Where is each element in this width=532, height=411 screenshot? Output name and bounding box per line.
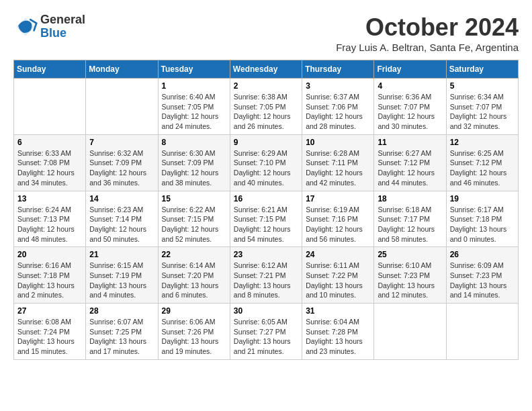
day-info: Sunrise: 6:11 AMSunset: 7:22 PMDaylight:… [306,261,370,300]
day-number: 6 [17,138,82,147]
day-info: Sunrise: 6:25 AMSunset: 7:12 PMDaylight:… [450,148,515,188]
calendar-cell: 12Sunrise: 6:25 AMSunset: 7:12 PMDayligh… [446,134,518,191]
day-number: 2 [234,81,298,91]
day-number: 10 [306,138,370,147]
logo-icon [13,15,38,39]
header-row: SundayMondayTuesdayWednesdayThursdayFrid… [14,60,519,79]
day-number: 14 [89,194,154,203]
day-number: 11 [378,138,442,147]
day-number: 15 [162,194,226,203]
calendar-week-5: 27Sunrise: 6:08 AMSunset: 7:24 PMDayligh… [14,304,519,360]
day-info: Sunrise: 6:36 AMSunset: 7:07 PMDaylight:… [378,92,442,132]
day-number: 16 [234,194,298,203]
calendar-cell: 21Sunrise: 6:15 AMSunset: 7:19 PMDayligh… [86,247,158,304]
calendar-cell: 15Sunrise: 6:22 AMSunset: 7:15 PMDayligh… [158,191,230,247]
day-number: 8 [162,138,226,147]
day-info: Sunrise: 6:32 AMSunset: 7:09 PMDaylight:… [89,148,154,188]
day-number: 18 [378,194,442,203]
calendar-cell: 2Sunrise: 6:38 AMSunset: 7:05 PMDaylight… [230,79,302,135]
day-info: Sunrise: 6:14 AMSunset: 7:20 PMDaylight:… [162,261,226,300]
calendar-cell: 16Sunrise: 6:21 AMSunset: 7:15 PMDayligh… [230,191,302,247]
calendar-week-1: 1Sunrise: 6:40 AMSunset: 7:05 PMDaylight… [14,79,519,135]
calendar-cell: 9Sunrise: 6:29 AMSunset: 7:10 PMDaylight… [230,134,302,191]
day-info: Sunrise: 6:16 AMSunset: 7:18 PMDaylight:… [17,261,82,300]
calendar-cell: 14Sunrise: 6:23 AMSunset: 7:14 PMDayligh… [86,191,158,247]
day-number: 29 [162,306,226,316]
calendar-header: SundayMondayTuesdayWednesdayThursdayFrid… [14,60,519,79]
calendar-table: SundayMondayTuesdayWednesdayThursdayFrid… [13,60,519,360]
calendar-cell: 22Sunrise: 6:14 AMSunset: 7:20 PMDayligh… [158,247,230,304]
calendar-cell [14,79,86,135]
day-number: 21 [89,250,154,259]
header-saturday: Saturday [446,60,518,79]
calendar-cell: 30Sunrise: 6:05 AMSunset: 7:27 PMDayligh… [230,304,302,360]
day-info: Sunrise: 6:24 AMSunset: 7:13 PMDaylight:… [17,205,82,244]
month-title: October 2024 [336,13,519,42]
calendar-week-3: 13Sunrise: 6:24 AMSunset: 7:13 PMDayligh… [14,191,519,247]
day-info: Sunrise: 6:37 AMSunset: 7:06 PMDaylight:… [306,92,370,132]
logo-blue-text: Blue [40,27,85,40]
calendar-cell [86,79,158,135]
day-info: Sunrise: 6:38 AMSunset: 7:05 PMDaylight:… [234,92,298,132]
day-info: Sunrise: 6:28 AMSunset: 7:11 PMDaylight:… [306,148,370,188]
calendar-cell: 8Sunrise: 6:30 AMSunset: 7:09 PMDaylight… [158,134,230,191]
day-info: Sunrise: 6:30 AMSunset: 7:09 PMDaylight:… [162,148,226,188]
calendar-cell: 27Sunrise: 6:08 AMSunset: 7:24 PMDayligh… [14,304,86,360]
calendar-cell: 6Sunrise: 6:33 AMSunset: 7:08 PMDaylight… [14,134,86,191]
header-friday: Friday [374,60,446,79]
calendar-cell: 10Sunrise: 6:28 AMSunset: 7:11 PMDayligh… [302,134,374,191]
calendar-cell: 25Sunrise: 6:10 AMSunset: 7:23 PMDayligh… [374,247,446,304]
header-thursday: Thursday [302,60,374,79]
day-number: 4 [378,81,442,91]
day-info: Sunrise: 6:10 AMSunset: 7:23 PMDaylight:… [378,261,442,300]
calendar-week-4: 20Sunrise: 6:16 AMSunset: 7:18 PMDayligh… [14,247,519,304]
calendar-cell [374,304,446,360]
day-info: Sunrise: 6:23 AMSunset: 7:14 PMDaylight:… [89,205,154,244]
day-number: 1 [162,81,226,91]
day-number: 23 [234,250,298,259]
header-tuesday: Tuesday [158,60,230,79]
logo: General Blue [13,13,85,40]
day-info: Sunrise: 6:21 AMSunset: 7:15 PMDaylight:… [234,205,298,244]
day-info: Sunrise: 6:12 AMSunset: 7:21 PMDaylight:… [234,261,298,300]
day-number: 28 [89,306,154,316]
day-number: 22 [162,250,226,259]
day-number: 24 [306,250,370,259]
calendar-cell: 5Sunrise: 6:34 AMSunset: 7:07 PMDaylight… [446,79,518,135]
calendar-cell: 29Sunrise: 6:06 AMSunset: 7:26 PMDayligh… [158,304,230,360]
day-info: Sunrise: 6:29 AMSunset: 7:10 PMDaylight:… [234,148,298,188]
calendar-cell: 31Sunrise: 6:04 AMSunset: 7:28 PMDayligh… [302,304,374,360]
day-info: Sunrise: 6:27 AMSunset: 7:12 PMDaylight:… [378,148,442,188]
day-number: 27 [17,306,82,316]
day-number: 3 [306,81,370,91]
calendar-cell [446,304,518,360]
day-number: 12 [450,138,515,147]
day-number: 17 [306,194,370,203]
day-number: 9 [234,138,298,147]
day-info: Sunrise: 6:22 AMSunset: 7:15 PMDaylight:… [162,205,226,244]
day-info: Sunrise: 6:33 AMSunset: 7:08 PMDaylight:… [17,148,82,188]
location-text: Fray Luis A. Beltran, Santa Fe, Argentin… [336,42,519,53]
calendar-cell: 4Sunrise: 6:36 AMSunset: 7:07 PMDaylight… [374,79,446,135]
header-sunday: Sunday [14,60,86,79]
calendar-cell: 17Sunrise: 6:19 AMSunset: 7:16 PMDayligh… [302,191,374,247]
calendar-cell: 26Sunrise: 6:09 AMSunset: 7:23 PMDayligh… [446,247,518,304]
day-number: 20 [17,250,82,259]
calendar-week-2: 6Sunrise: 6:33 AMSunset: 7:08 PMDaylight… [14,134,519,191]
calendar-cell: 3Sunrise: 6:37 AMSunset: 7:06 PMDaylight… [302,79,374,135]
calendar-cell: 18Sunrise: 6:18 AMSunset: 7:17 PMDayligh… [374,191,446,247]
day-number: 31 [306,306,370,316]
calendar-cell: 13Sunrise: 6:24 AMSunset: 7:13 PMDayligh… [14,191,86,247]
day-info: Sunrise: 6:18 AMSunset: 7:17 PMDaylight:… [378,205,442,244]
day-number: 19 [450,194,515,203]
calendar-cell: 19Sunrise: 6:17 AMSunset: 7:18 PMDayligh… [446,191,518,247]
day-number: 13 [17,194,82,203]
logo-general-text: General [40,13,85,27]
page-header: General Blue October 2024 Fray Luis A. B… [13,13,519,53]
logo-text: General Blue [40,13,85,40]
title-block: October 2024 Fray Luis A. Beltran, Santa… [336,13,519,53]
calendar-cell: 1Sunrise: 6:40 AMSunset: 7:05 PMDaylight… [158,79,230,135]
day-info: Sunrise: 6:15 AMSunset: 7:19 PMDaylight:… [89,261,154,300]
day-number: 5 [450,81,515,91]
day-info: Sunrise: 6:34 AMSunset: 7:07 PMDaylight:… [450,92,515,132]
